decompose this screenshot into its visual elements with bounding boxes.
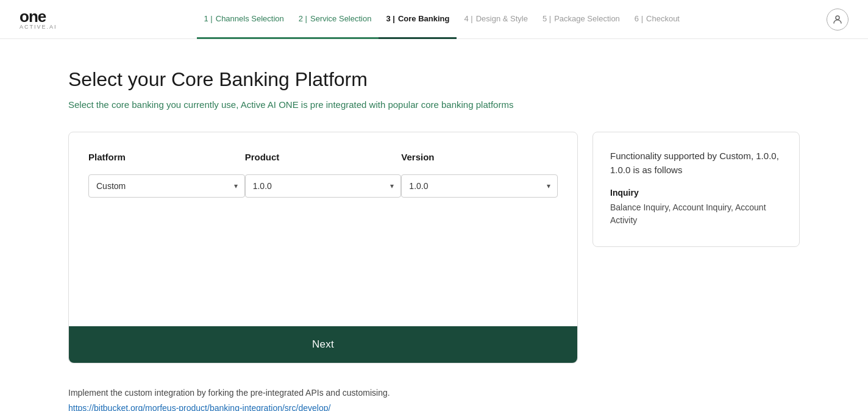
version-label: Version	[401, 152, 558, 162]
step-number-design: 4 |	[464, 14, 472, 23]
product-select-wrapper: 1.0.0 1.1.0 2.0.0 ▾	[245, 174, 402, 198]
logo: one ACTIVE.AI	[20, 9, 57, 30]
bottom-line1-text: Implement the custom integration by fork…	[68, 388, 390, 398]
info-panel-title: Functionality supported by Custom, 1.0.0…	[610, 149, 782, 177]
step-checkout[interactable]: 6 |Checkout	[627, 0, 687, 39]
spacer	[88, 217, 558, 326]
logo-one: one	[20, 9, 57, 24]
platform-select-wrapper: Custom Temenos FIS Finastra Oracle ▾	[88, 174, 245, 198]
bottom-text: Implement the custom integration by fork…	[68, 385, 800, 411]
functionality-text: Balance Inquiry, Account Inquiry, Accoun…	[610, 201, 782, 227]
step-label-channels: Channels Selection	[216, 14, 284, 23]
platform-select[interactable]: Custom Temenos FIS Finastra Oracle	[88, 174, 245, 198]
step-label-checkout: Checkout	[646, 14, 680, 23]
next-button[interactable]: Next	[69, 326, 577, 363]
product-select[interactable]: 1.0.0 1.1.0 2.0.0	[245, 174, 402, 198]
step-corebanking[interactable]: 3 |Core Banking	[379, 0, 457, 39]
version-selector-group: Version 1.0.0 1.1.0 2.0.0 ▾	[401, 152, 558, 198]
step-number-corebanking: 3 |	[386, 14, 394, 23]
selectors-row: Platform Custom Temenos FIS Finastra Ora…	[88, 152, 558, 198]
version-select[interactable]: 1.0.0 1.1.0 2.0.0	[401, 174, 558, 198]
platform-selector-group: Platform Custom Temenos FIS Finastra Ora…	[88, 152, 245, 198]
step-number-channels: 1 |	[204, 14, 213, 23]
right-panel: Functionality supported by Custom, 1.0.0…	[592, 132, 800, 247]
bottom-line1: Implement the custom integration by fork…	[68, 385, 800, 411]
functionality-section: Inquiry Balance Inquiry, Account Inquiry…	[610, 188, 782, 227]
step-package[interactable]: 5 |Package Selection	[535, 0, 627, 39]
step-label-service: Service Selection	[310, 14, 371, 23]
svg-point-0	[836, 16, 839, 20]
step-number-service: 2 |	[299, 14, 307, 23]
platform-label: Platform	[88, 152, 245, 162]
step-design[interactable]: 4 |Design & Style	[457, 0, 535, 39]
product-label: Product	[245, 152, 402, 162]
stepper-nav: 1 |Channels Selection2 |Service Selectio…	[197, 0, 687, 39]
content-layout: Platform Custom Temenos FIS Finastra Ora…	[68, 132, 800, 363]
step-service[interactable]: 2 |Service Selection	[291, 0, 379, 39]
step-label-design: Design & Style	[476, 14, 528, 23]
step-label-corebanking: Core Banking	[398, 14, 450, 23]
page-subtitle: Select the core banking you currently us…	[68, 99, 800, 110]
version-select-wrapper: 1.0.0 1.1.0 2.0.0 ▾	[401, 174, 558, 198]
product-selector-group: Product 1.0.0 1.1.0 2.0.0 ▾	[245, 152, 402, 198]
logo-activeai: ACTIVE.AI	[20, 24, 57, 30]
step-number-checkout: 6 |	[635, 14, 643, 23]
step-label-package: Package Selection	[554, 14, 620, 23]
functionality-heading: Inquiry	[610, 188, 782, 198]
left-panel: Platform Custom Temenos FIS Finastra Ora…	[68, 132, 578, 363]
step-number-package: 5 |	[542, 14, 551, 23]
page-title: Select your Core Banking Platform	[68, 68, 800, 91]
bitbucket-link[interactable]: https://bitbucket.org/morfeus-product/ba…	[68, 403, 330, 411]
user-icon-button[interactable]	[827, 9, 848, 30]
step-channels[interactable]: 1 |Channels Selection	[197, 0, 291, 39]
